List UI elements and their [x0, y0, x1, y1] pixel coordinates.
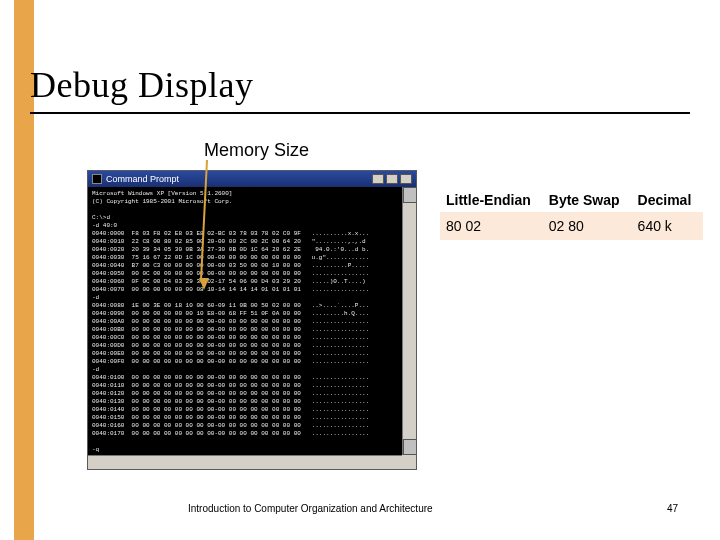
endianness-table: Little-Endian Byte Swap Decimal 80 02 02… [440, 188, 703, 240]
table-row: 80 02 02 80 640 k [440, 212, 703, 240]
maximize-icon [386, 174, 398, 184]
title-underline [30, 112, 690, 114]
cell-little-endian: 80 02 [440, 212, 543, 240]
scrollbar-corner [402, 455, 416, 469]
col-header-little-endian: Little-Endian [440, 188, 543, 212]
accent-bar [0, 0, 34, 540]
window-buttons [372, 174, 412, 184]
footer-text: Introduction to Computer Organization an… [188, 503, 433, 514]
memory-size-label: Memory Size [204, 140, 309, 161]
window-titlebar: Command Prompt [88, 171, 416, 187]
table-header-row: Little-Endian Byte Swap Decimal [440, 188, 703, 212]
slide-title: Debug Display [30, 64, 253, 106]
minimize-icon [372, 174, 384, 184]
col-header-byte-swap: Byte Swap [543, 188, 632, 212]
slide: Debug Display Memory Size Command Prompt… [0, 0, 720, 540]
cell-byte-swap: 02 80 [543, 212, 632, 240]
slide-number: 47 [667, 503, 678, 514]
terminal-output: Microsoft Windows XP [Version 5.1.2600] … [88, 187, 402, 455]
cell-decimal: 640 k [632, 212, 704, 240]
vertical-scrollbar [402, 187, 416, 455]
horizontal-scrollbar [88, 455, 402, 469]
close-icon [400, 174, 412, 184]
command-prompt-window: Command Prompt Microsoft Windows XP [Ver… [87, 170, 417, 470]
col-header-decimal: Decimal [632, 188, 704, 212]
window-title: Command Prompt [106, 174, 179, 184]
system-menu-icon [92, 174, 102, 184]
